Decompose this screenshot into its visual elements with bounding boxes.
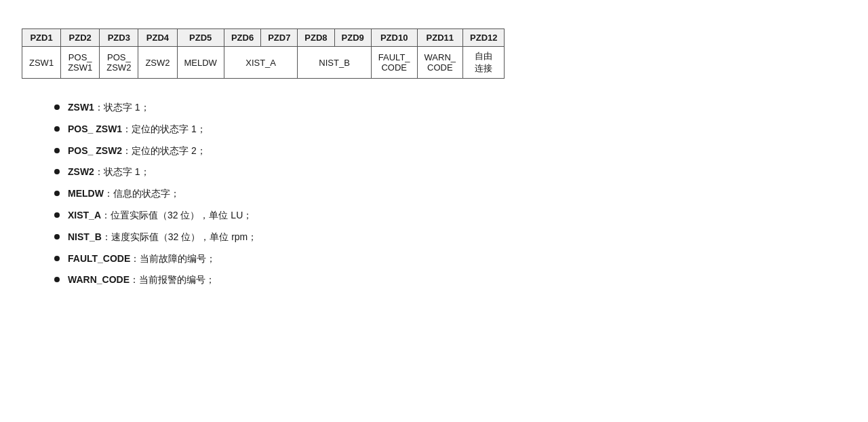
item-key: ZSW1 — [68, 102, 94, 113]
pzd-table: PZD1PZD2PZD3PZD4PZD5PZD6PZD7PZD8PZD9PZD1… — [22, 28, 505, 79]
list-item: POS_ ZSW1：定位的状态字 1； — [54, 121, 846, 138]
bullet-dot-icon — [54, 148, 60, 153]
item-desc: ：当前报警的编号； — [130, 274, 215, 285]
item-label-6: NIST_B：速度实际值（32 位），单位 rpm； — [68, 229, 257, 246]
item-key: POS_ ZSW2 — [68, 145, 122, 156]
bullet-dot-icon — [54, 277, 60, 282]
item-key: XIST_A — [68, 210, 101, 220]
table-cell-6: NIST_B — [298, 47, 371, 79]
table-cell-9: 自由 连接 — [463, 47, 505, 79]
col-header-pzd1: PZD1 — [22, 29, 61, 47]
bullet-dot-icon — [54, 104, 60, 110]
table-cell-0: ZSW1 — [22, 47, 61, 79]
item-key: POS_ ZSW1 — [68, 123, 122, 134]
col-header-pzd3: PZD3 — [100, 29, 138, 47]
col-header-pzd7: PZD7 — [261, 29, 298, 47]
table-header-row: PZD1PZD2PZD3PZD4PZD5PZD6PZD7PZD8PZD9PZD1… — [22, 29, 505, 47]
item-label-0: ZSW1：状态字 1； — [68, 100, 150, 116]
item-label-4: MELDW：信息的状态字； — [68, 186, 180, 202]
item-label-2: POS_ ZSW2：定位的状态字 2； — [68, 143, 206, 159]
col-header-pzd12: PZD12 — [463, 29, 505, 47]
col-header-pzd2: PZD2 — [61, 29, 100, 47]
item-key: NIST_B — [68, 231, 102, 242]
item-desc: ：速度实际值（32 位），单位 rpm； — [102, 231, 257, 242]
item-desc: ：位置实际值（32 位），单位 LU； — [101, 210, 252, 220]
pzd-table-wrapper: PZD1PZD2PZD3PZD4PZD5PZD6PZD7PZD8PZD9PZD1… — [22, 28, 505, 79]
item-key: FAULT_CODE — [68, 253, 130, 264]
list-item: ZSW1：状态字 1； — [54, 100, 846, 116]
list-item: ZSW2：状态字 1； — [54, 164, 846, 180]
bullet-dot-icon — [54, 234, 60, 239]
col-header-pzd8: PZD8 — [298, 29, 334, 47]
bullet-dot-icon — [54, 169, 60, 174]
list-item: MELDW：信息的状态字； — [54, 186, 846, 202]
item-label-7: FAULT_CODE：当前故障的编号； — [68, 251, 216, 267]
bullet-dot-icon — [54, 126, 60, 132]
bullet-dot-icon — [54, 256, 60, 261]
col-header-pzd6: PZD6 — [224, 29, 260, 47]
item-key: ZSW2 — [68, 166, 94, 177]
item-desc: ：当前故障的编号； — [130, 253, 216, 264]
table-cell-1: POS_ ZSW1 — [61, 47, 100, 79]
list-item: XIST_A：位置实际值（32 位），单位 LU； — [54, 208, 846, 224]
item-desc: ：定位的状态字 2； — [122, 145, 206, 156]
col-header-pzd10: PZD10 — [371, 29, 417, 47]
bullet-dot-icon — [54, 212, 60, 218]
table-cell-4: MELDW — [177, 47, 224, 79]
table-cell-8: WARN_ CODE — [417, 47, 462, 79]
item-desc: ：信息的状态字； — [104, 188, 180, 199]
table-cell-2: POS_ ZSW2 — [100, 47, 138, 79]
list-item: POS_ ZSW2：定位的状态字 2； — [54, 143, 846, 159]
table-cell-5: XIST_A — [224, 47, 297, 79]
item-label-8: WARN_CODE：当前报警的编号； — [68, 272, 215, 288]
list-item: NIST_B：速度实际值（32 位），单位 rpm； — [54, 229, 846, 246]
list-item: WARN_CODE：当前报警的编号； — [54, 272, 846, 288]
col-header-pzd5: PZD5 — [177, 29, 224, 47]
item-desc: ：定位的状态字 1； — [122, 123, 206, 134]
table-cell-3: ZSW2 — [138, 47, 177, 79]
item-key: MELDW — [68, 188, 104, 199]
item-desc: ：状态字 1； — [94, 166, 150, 177]
item-label-5: XIST_A：位置实际值（32 位），单位 LU； — [68, 208, 252, 224]
item-label-3: ZSW2：状态字 1； — [68, 164, 150, 180]
item-label-1: POS_ ZSW1：定位的状态字 1； — [68, 121, 206, 138]
bullet-dot-icon — [54, 191, 60, 196]
list-item: FAULT_CODE：当前故障的编号； — [54, 251, 846, 267]
col-header-pzd11: PZD11 — [417, 29, 462, 47]
bullet-list: ZSW1：状态字 1；POS_ ZSW1：定位的状态字 1；POS_ ZSW2：… — [22, 100, 846, 288]
item-desc: ：状态字 1； — [94, 102, 150, 113]
col-header-pzd4: PZD4 — [138, 29, 177, 47]
table-cell-7: FAULT_ CODE — [371, 47, 417, 79]
item-key: WARN_CODE — [68, 274, 130, 285]
col-header-pzd9: PZD9 — [334, 29, 371, 47]
table-data-row: ZSW1POS_ ZSW1POS_ ZSW2ZSW2MELDWXIST_ANIS… — [22, 47, 505, 79]
